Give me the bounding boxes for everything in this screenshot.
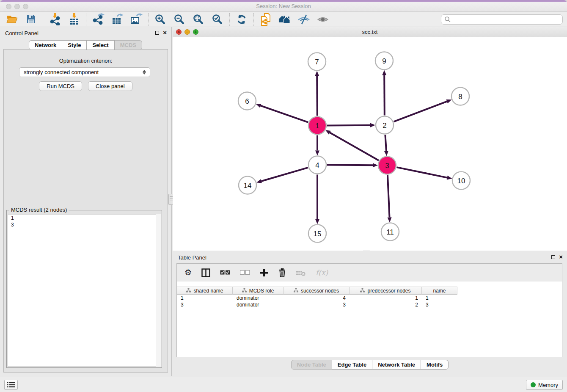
memory-button[interactable]: Memory <box>526 380 563 390</box>
close-panel-icon[interactable]: × <box>163 30 167 35</box>
network-canvas[interactable]: 7968124314101511 <box>173 37 567 251</box>
column-header-name[interactable]: name <box>422 287 457 295</box>
new-network-from-selection-button[interactable] <box>259 13 272 26</box>
network-graph[interactable]: 7968124314101511 <box>173 37 567 251</box>
table-cell[interactable]: 3 <box>422 301 457 308</box>
search-box[interactable] <box>441 14 563 25</box>
zoom-in-button[interactable] <box>154 13 167 26</box>
edge-4-3[interactable] <box>327 165 373 166</box>
table-row[interactable]: 3dominator323 <box>177 301 562 308</box>
export-network-button[interactable] <box>92 13 105 26</box>
table-cell[interactable]: 1 <box>177 295 233 301</box>
table-cell[interactable]: 2 <box>350 301 422 308</box>
new-network-file-icon <box>260 13 272 26</box>
tab-style[interactable]: Style <box>62 40 87 50</box>
column-header-predecessor-nodes[interactable]: predecessor nodes <box>350 287 422 295</box>
zoom-fit-icon <box>193 14 204 25</box>
edge-3-11[interactable] <box>388 175 390 218</box>
mcds-result-list[interactable]: 13 <box>8 214 161 367</box>
unselect-all-columns-button[interactable] <box>240 267 250 278</box>
table-header-row: shared nameMCDS rolesuccessor nodesprede… <box>177 287 562 295</box>
search-input[interactable] <box>451 15 562 24</box>
node-label-6: 6 <box>245 97 249 105</box>
zoom-selected-button[interactable] <box>211 13 224 26</box>
tab-network[interactable]: Network <box>29 40 62 50</box>
import-table-button[interactable] <box>68 13 80 26</box>
edge-1-7[interactable] <box>317 76 317 116</box>
zoom-fit-button[interactable] <box>192 13 205 26</box>
create-column-button[interactable] <box>260 267 268 278</box>
export-image-button[interactable] <box>130 13 143 26</box>
import-network-icon <box>49 13 61 25</box>
edge-2-9[interactable] <box>384 75 385 116</box>
dropdown-value: strongly connected component <box>19 69 140 75</box>
tab-motifs[interactable]: Motifs <box>421 360 449 370</box>
optimization-criterion-dropdown[interactable]: strongly connected component <box>19 67 150 77</box>
refresh-button[interactable] <box>235 13 248 26</box>
export-table-button[interactable] <box>111 13 124 26</box>
table-settings-button[interactable]: ⚙ <box>184 267 192 278</box>
zoom-out-icon <box>173 14 185 25</box>
delete-table-button[interactable] <box>296 267 306 278</box>
node-label-15: 15 <box>314 230 322 238</box>
open-session-button[interactable] <box>6 13 18 26</box>
edge-3-10[interactable] <box>397 167 447 178</box>
save-session-button[interactable] <box>25 13 37 26</box>
edge-1-6[interactable] <box>261 106 308 122</box>
control-panel-header: Control Panel × <box>0 27 171 39</box>
show-columns-button[interactable] <box>201 267 210 278</box>
edge-3-1[interactable] <box>330 133 379 160</box>
first-neighbors-button[interactable] <box>278 13 291 26</box>
edge-2-8[interactable] <box>394 102 447 122</box>
table-row[interactable]: 1dominator411 <box>177 295 562 301</box>
column-type-icon <box>242 288 247 294</box>
close-panel-button[interactable]: Close panel <box>88 81 132 91</box>
float-panel-icon[interactable] <box>155 31 159 35</box>
float-table-panel-icon[interactable] <box>551 255 555 259</box>
status-bar: Memory <box>0 377 567 392</box>
table-cell[interactable]: 3 <box>284 301 350 308</box>
table-cell[interactable]: 1 <box>350 295 422 301</box>
table-tabs: Node TableEdge TableNetwork TableMotifs <box>173 360 567 370</box>
table-cell[interactable]: 1 <box>422 295 457 301</box>
show-all-button[interactable] <box>317 13 329 26</box>
column-header-successor-nodes[interactable]: successor nodes <box>284 287 350 295</box>
table-cell[interactable]: dominator <box>233 295 284 301</box>
tab-select[interactable]: Select <box>87 40 114 50</box>
tab-network-table[interactable]: Network Table <box>372 360 421 370</box>
select-all-columns-button[interactable] <box>220 267 230 278</box>
memory-label: Memory <box>538 382 558 388</box>
zoom-in-icon <box>154 14 166 25</box>
delete-table-icon <box>296 269 306 276</box>
function-builder-button[interactable]: f(x) <box>316 267 328 278</box>
run-mcds-button[interactable]: Run MCDS <box>39 81 82 91</box>
close-table-panel-icon[interactable]: × <box>559 254 563 259</box>
table-cell[interactable]: 4 <box>284 295 350 301</box>
mcds-result-box: MCDS result (2 nodes) 13 <box>6 210 162 368</box>
mcds-result-scrollbar[interactable] <box>156 214 161 367</box>
gear-icon: ⚙ <box>184 268 192 277</box>
task-history-button[interactable] <box>4 380 18 390</box>
mcds-result-item[interactable]: 1 <box>8 215 160 221</box>
tab-edge-table[interactable]: Edge Table <box>332 360 372 370</box>
mcds-result-item[interactable]: 3 <box>8 221 160 228</box>
tab-node-table[interactable]: Node Table <box>291 360 332 370</box>
save-icon <box>26 14 36 24</box>
column-header-label: shared name <box>193 288 223 294</box>
zoom-out-button[interactable] <box>173 13 186 26</box>
column-header-MCDS-role[interactable]: MCDS role <box>233 287 284 295</box>
trash-icon <box>278 268 286 277</box>
table-cell[interactable]: dominator <box>233 301 284 308</box>
main-toolbar <box>0 12 567 27</box>
table-cell[interactable]: 3 <box>177 301 233 308</box>
tab-mcds[interactable]: MCDS <box>115 40 142 50</box>
delete-column-button[interactable] <box>278 267 286 278</box>
edge-2-3[interactable] <box>385 135 386 151</box>
import-network-button[interactable] <box>49 13 61 26</box>
hide-selected-button[interactable] <box>297 13 310 26</box>
unchecked-boxes-icon <box>240 270 250 275</box>
column-header-shared-name[interactable]: shared name <box>177 287 233 295</box>
fx-icon: f(x) <box>316 268 328 277</box>
edge-4-14[interactable] <box>261 168 308 181</box>
edge-1-2[interactable] <box>327 125 370 126</box>
